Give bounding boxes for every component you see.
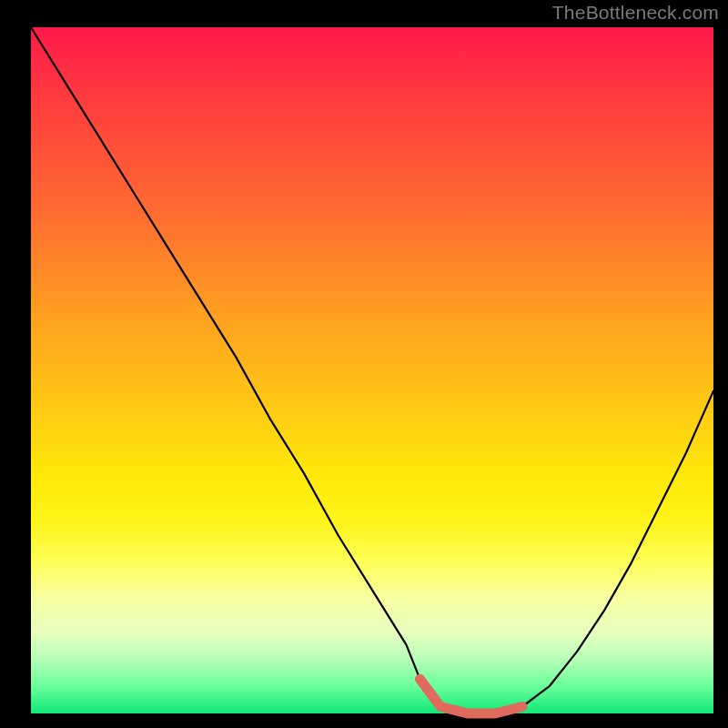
- highlight-segment: [420, 679, 523, 713]
- curve-layer: [31, 27, 713, 713]
- plot-area: [31, 27, 713, 713]
- main-curve: [31, 27, 713, 713]
- watermark-text: TheBottleneck.com: [552, 2, 719, 24]
- chart-frame: TheBottleneck.com: [0, 0, 728, 728]
